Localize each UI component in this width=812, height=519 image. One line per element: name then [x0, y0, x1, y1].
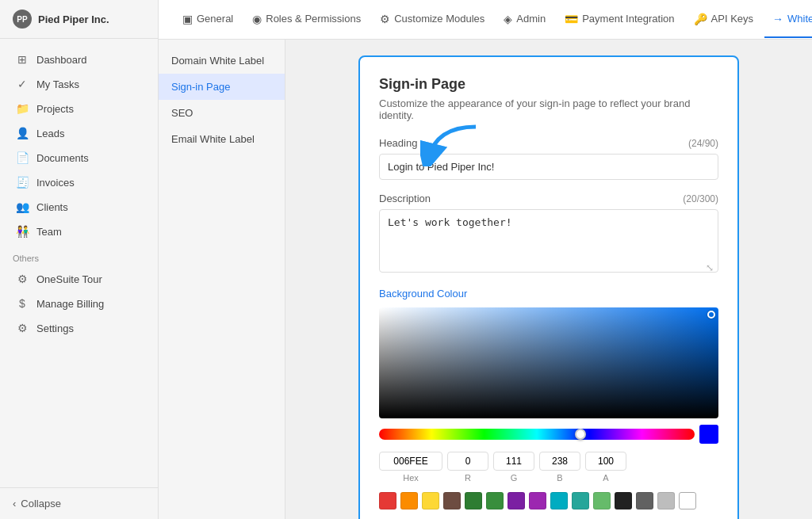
hex-label: Hex — [403, 473, 419, 483]
tab-api-keys[interactable]: 🔑 API Keys — [686, 2, 761, 38]
company-name: Pied Piper Inc. — [38, 13, 109, 25]
color-swatch-light-gray[interactable] — [657, 492, 675, 509]
color-swatch-red[interactable] — [379, 492, 396, 509]
r-input[interactable] — [447, 452, 488, 471]
color-swatch-teal[interactable] — [572, 492, 589, 509]
sidebar-item-clients[interactable]: 👥 Clients — [3, 195, 155, 219]
sidebar-item-projects[interactable]: 📁 Projects — [3, 97, 155, 120]
hue-thumb — [575, 429, 586, 440]
color-picker-cursor — [707, 311, 715, 319]
payment-tab-icon: 💳 — [565, 13, 578, 25]
color-inputs-row: Hex R G B A — [379, 452, 718, 483]
team-icon: 👫 — [16, 225, 29, 238]
a-label: A — [603, 473, 608, 483]
sub-item-domain-white-label[interactable]: Domain White Label — [159, 48, 285, 74]
tab-label: API Keys — [711, 13, 753, 25]
settings-icon: ⚙ — [16, 322, 29, 334]
color-swatch-black[interactable] — [615, 492, 632, 509]
dashboard-icon: ⊞ — [16, 53, 29, 66]
sub-item-seo[interactable]: SEO — [159, 100, 285, 126]
sidebar-item-label: OneSuite Tour — [36, 273, 102, 285]
color-swatch-cyan[interactable] — [550, 492, 568, 509]
sidebar-item-label: Settings — [36, 322, 74, 334]
resize-icon: ⤡ — [706, 262, 714, 273]
heading-label-row: Heading (24/90) — [379, 137, 718, 149]
color-swatch-green[interactable] — [486, 492, 504, 509]
hex-input[interactable] — [379, 452, 442, 471]
invoices-icon: 🧾 — [16, 176, 29, 189]
sidebar-item-my-tasks[interactable]: ✓ My Tasks — [3, 72, 155, 96]
sidebar-item-documents[interactable]: 📄 Documents — [3, 146, 155, 170]
card-title: Sign-in Page — [379, 76, 718, 93]
color-swatch-orange[interactable] — [400, 492, 418, 509]
tab-white-label[interactable]: → White Label — [764, 2, 812, 38]
background-colour-label: Background Colour — [379, 288, 718, 300]
tab-payment-integration[interactable]: 💳 Payment Integration — [557, 2, 682, 38]
g-input[interactable] — [493, 452, 534, 471]
main-content: Sign-in Page Customize the appearance of… — [285, 40, 812, 519]
heading-count: (24/90) — [688, 138, 718, 149]
b-input-group: B — [539, 452, 580, 483]
api-tab-icon: 🔑 — [694, 13, 707, 25]
hue-slider-row — [379, 425, 718, 444]
top-nav: ▣ General ◉ Roles & Permissions ⚙ Custom… — [159, 0, 812, 40]
collapse-button[interactable]: ‹ Collapse — [13, 498, 145, 509]
sidebar-item-label: Documents — [36, 152, 89, 164]
sidebar: PP Pied Piper Inc. ⊞ Dashboard ✓ My Task… — [0, 0, 159, 519]
description-textarea[interactable] — [379, 209, 718, 273]
leads-icon: 👤 — [16, 127, 29, 139]
documents-icon: 📄 — [16, 151, 29, 164]
tab-general[interactable]: ▣ General — [174, 2, 241, 38]
billing-icon: $ — [16, 297, 29, 310]
description-wrapper: ⤡ — [379, 209, 718, 288]
sidebar-item-onesuite-tour[interactable]: ⚙ OneSuite Tour — [3, 267, 155, 291]
tab-customize-modules[interactable]: ⚙ Customize Modules — [372, 2, 492, 38]
color-swatch-purple[interactable] — [508, 492, 525, 509]
a-input-group: A — [585, 452, 626, 483]
sidebar-item-label: Dashboard — [36, 54, 87, 66]
sidebar-item-label: Clients — [36, 201, 68, 213]
tab-roles-permissions[interactable]: ◉ Roles & Permissions — [244, 2, 369, 38]
tab-label: Payment Integration — [582, 13, 674, 25]
sidebar-item-label: Leads — [36, 128, 64, 139]
color-swatch-white[interactable] — [679, 492, 696, 509]
sidebar-item-label: Projects — [36, 103, 74, 115]
color-swatch-yellow[interactable] — [422, 492, 439, 509]
white-label-tab-icon: → — [772, 13, 783, 25]
color-picker-gradient[interactable] — [379, 307, 718, 418]
customize-tab-icon: ⚙ — [380, 13, 390, 25]
sidebar-item-settings[interactable]: ⚙ Settings — [3, 316, 155, 340]
sign-in-page-card: Sign-in Page Customize the appearance of… — [358, 55, 739, 519]
color-swatch-light-green[interactable] — [593, 492, 611, 509]
sidebar-item-invoices[interactable]: 🧾 Invoices — [3, 170, 155, 194]
projects-icon: 📁 — [16, 102, 29, 115]
sidebar-item-leads[interactable]: 👤 Leads — [3, 121, 155, 145]
color-swatch-violet[interactable] — [529, 492, 546, 509]
sidebar-item-team[interactable]: 👫 Team — [3, 219, 155, 243]
selected-color-swatch — [699, 425, 718, 444]
color-swatch-brown[interactable] — [443, 492, 461, 509]
color-swatch-dark-gray[interactable] — [636, 492, 653, 509]
company-logo: PP — [13, 10, 32, 29]
main-area: ▣ General ◉ Roles & Permissions ⚙ Custom… — [159, 0, 812, 519]
sidebar-item-label: My Tasks — [36, 78, 79, 90]
sidebar-item-label: Manage Billing — [36, 298, 104, 310]
sidebar-item-manage-billing[interactable]: $ Manage Billing — [3, 292, 155, 315]
sidebar-logo: PP Pied Piper Inc. — [0, 0, 158, 39]
a-input[interactable] — [585, 452, 626, 471]
b-input[interactable] — [539, 452, 580, 471]
heading-input[interactable] — [379, 154, 718, 180]
tab-label: Customize Modules — [394, 13, 485, 25]
heading-label: Heading — [379, 137, 417, 149]
sidebar-item-dashboard[interactable]: ⊞ Dashboard — [3, 48, 155, 71]
sub-item-email-white-label[interactable]: Email White Label — [159, 126, 285, 152]
onesuite-icon: ⚙ — [16, 273, 29, 285]
tab-label: General — [197, 13, 233, 25]
tasks-icon: ✓ — [16, 78, 29, 90]
hue-slider[interactable] — [379, 429, 695, 440]
tab-admin[interactable]: ◈ Admin — [496, 2, 553, 38]
others-section-label: Others — [0, 244, 158, 266]
card-subtitle: Customize the appearance of your sign-in… — [379, 97, 718, 121]
sub-item-sign-in-page[interactable]: Sign-in Page — [159, 74, 285, 100]
color-swatch-dark-green[interactable] — [465, 492, 482, 509]
